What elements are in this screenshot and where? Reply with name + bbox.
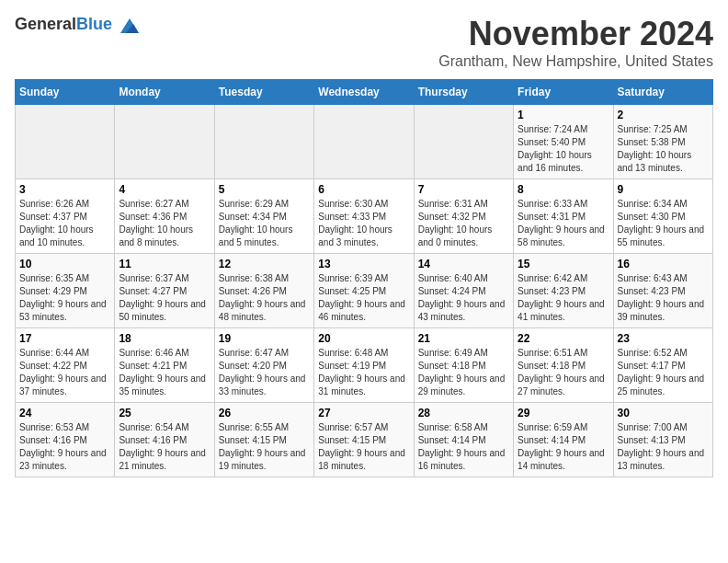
calendar-cell: 13Sunrise: 6:39 AM Sunset: 4:25 PM Dayli…: [314, 254, 414, 328]
calendar-cell: 18Sunrise: 6:46 AM Sunset: 4:21 PM Dayli…: [115, 328, 214, 403]
day-info: Sunrise: 6:37 AM Sunset: 4:27 PM Dayligh…: [119, 272, 210, 324]
calendar-cell: 24Sunrise: 6:53 AM Sunset: 4:16 PM Dayli…: [16, 403, 115, 477]
day-info: Sunrise: 6:39 AM Sunset: 4:25 PM Dayligh…: [318, 272, 409, 324]
weekday-header-monday: Monday: [115, 80, 214, 105]
day-number: 27: [318, 407, 409, 419]
day-info: Sunrise: 6:48 AM Sunset: 4:19 PM Dayligh…: [318, 347, 409, 398]
weekday-header-wednesday: Wednesday: [314, 80, 414, 105]
calendar-cell: 9Sunrise: 6:34 AM Sunset: 4:30 PM Daylig…: [613, 179, 712, 254]
day-info: Sunrise: 6:59 AM Sunset: 4:14 PM Dayligh…: [518, 421, 609, 473]
day-info: Sunrise: 6:26 AM Sunset: 4:37 PM Dayligh…: [19, 198, 110, 249]
day-number: 25: [119, 407, 210, 419]
day-info: Sunrise: 7:00 AM Sunset: 4:13 PM Dayligh…: [618, 421, 709, 473]
page-header: GeneralBlue November 2024 Grantham, New …: [15, 15, 713, 70]
calendar-cell: 6Sunrise: 6:30 AM Sunset: 4:33 PM Daylig…: [314, 179, 414, 254]
day-info: Sunrise: 6:38 AM Sunset: 4:26 PM Dayligh…: [219, 272, 310, 324]
calendar-cell: 15Sunrise: 6:42 AM Sunset: 4:23 PM Dayli…: [514, 254, 613, 328]
day-number: 1: [518, 109, 609, 121]
calendar-cell: 8Sunrise: 6:33 AM Sunset: 4:31 PM Daylig…: [514, 179, 613, 254]
day-number: 16: [618, 258, 709, 270]
calendar-cell: 3Sunrise: 6:26 AM Sunset: 4:37 PM Daylig…: [16, 179, 115, 254]
day-info: Sunrise: 6:51 AM Sunset: 4:18 PM Dayligh…: [518, 347, 609, 398]
calendar-cell: [214, 105, 313, 179]
day-number: 11: [119, 258, 210, 270]
day-info: Sunrise: 6:31 AM Sunset: 4:32 PM Dayligh…: [418, 198, 509, 249]
day-number: 15: [518, 258, 609, 270]
day-info: Sunrise: 6:33 AM Sunset: 4:31 PM Dayligh…: [518, 198, 609, 249]
day-number: 13: [318, 258, 409, 270]
day-number: 24: [19, 407, 110, 419]
calendar-cell: 25Sunrise: 6:54 AM Sunset: 4:16 PM Dayli…: [115, 403, 214, 477]
location-title: Grantham, New Hampshire, United States: [438, 53, 713, 70]
day-info: Sunrise: 6:47 AM Sunset: 4:20 PM Dayligh…: [219, 347, 310, 398]
calendar-cell: 20Sunrise: 6:48 AM Sunset: 4:19 PM Dayli…: [314, 328, 414, 403]
weekday-header-saturday: Saturday: [613, 80, 712, 105]
day-info: Sunrise: 6:27 AM Sunset: 4:36 PM Dayligh…: [119, 198, 210, 249]
calendar-week-row: 24Sunrise: 6:53 AM Sunset: 4:16 PM Dayli…: [16, 403, 713, 477]
day-info: Sunrise: 6:54 AM Sunset: 4:16 PM Dayligh…: [119, 421, 210, 473]
weekday-header-row: SundayMondayTuesdayWednesdayThursdayFrid…: [16, 80, 713, 105]
calendar-cell: 23Sunrise: 6:52 AM Sunset: 4:17 PM Dayli…: [613, 328, 712, 403]
calendar-cell: 30Sunrise: 7:00 AM Sunset: 4:13 PM Dayli…: [613, 403, 712, 477]
day-number: 6: [318, 183, 409, 196]
day-info: Sunrise: 7:24 AM Sunset: 5:40 PM Dayligh…: [518, 123, 609, 175]
day-number: 3: [19, 183, 110, 196]
day-number: 4: [119, 183, 210, 196]
day-number: 30: [618, 407, 709, 419]
calendar-cell: [414, 105, 513, 179]
calendar-cell: 2Sunrise: 7:25 AM Sunset: 5:38 PM Daylig…: [613, 105, 712, 179]
calendar-cell: 26Sunrise: 6:55 AM Sunset: 4:15 PM Dayli…: [214, 403, 313, 477]
calendar-cell: 27Sunrise: 6:57 AM Sunset: 4:15 PM Dayli…: [314, 403, 414, 477]
day-info: Sunrise: 6:53 AM Sunset: 4:16 PM Dayligh…: [19, 421, 110, 473]
calendar-week-row: 3Sunrise: 6:26 AM Sunset: 4:37 PM Daylig…: [16, 179, 713, 254]
day-info: Sunrise: 6:58 AM Sunset: 4:14 PM Dayligh…: [418, 421, 509, 473]
day-info: Sunrise: 6:42 AM Sunset: 4:23 PM Dayligh…: [518, 272, 609, 324]
day-number: 2: [618, 109, 709, 121]
day-number: 5: [219, 183, 310, 196]
day-number: 26: [219, 407, 310, 419]
day-info: Sunrise: 6:43 AM Sunset: 4:23 PM Dayligh…: [618, 272, 709, 324]
day-number: 7: [418, 183, 509, 196]
day-number: 10: [19, 258, 110, 270]
day-number: 23: [618, 332, 709, 345]
day-info: Sunrise: 7:25 AM Sunset: 5:38 PM Dayligh…: [618, 123, 709, 175]
calendar-cell: [314, 105, 414, 179]
calendar-week-row: 10Sunrise: 6:35 AM Sunset: 4:29 PM Dayli…: [16, 254, 713, 328]
day-info: Sunrise: 6:52 AM Sunset: 4:17 PM Dayligh…: [618, 347, 709, 398]
day-info: Sunrise: 6:29 AM Sunset: 4:34 PM Dayligh…: [219, 198, 310, 249]
day-number: 14: [418, 258, 509, 270]
day-number: 9: [618, 183, 709, 196]
calendar-cell: [16, 105, 115, 179]
day-info: Sunrise: 6:35 AM Sunset: 4:29 PM Dayligh…: [19, 272, 110, 324]
calendar-week-row: 17Sunrise: 6:44 AM Sunset: 4:22 PM Dayli…: [16, 328, 713, 403]
day-number: 28: [418, 407, 509, 419]
month-title: November 2024: [438, 15, 713, 53]
calendar-cell: 5Sunrise: 6:29 AM Sunset: 4:34 PM Daylig…: [214, 179, 313, 254]
calendar-cell: 10Sunrise: 6:35 AM Sunset: 4:29 PM Dayli…: [16, 254, 115, 328]
day-number: 8: [518, 183, 609, 196]
calendar-cell: 11Sunrise: 6:37 AM Sunset: 4:27 PM Dayli…: [115, 254, 214, 328]
day-info: Sunrise: 6:40 AM Sunset: 4:24 PM Dayligh…: [418, 272, 509, 324]
calendar-table: SundayMondayTuesdayWednesdayThursdayFrid…: [15, 79, 713, 477]
day-number: 29: [518, 407, 609, 419]
day-info: Sunrise: 6:55 AM Sunset: 4:15 PM Dayligh…: [219, 421, 310, 473]
calendar-cell: 17Sunrise: 6:44 AM Sunset: 4:22 PM Dayli…: [16, 328, 115, 403]
calendar-cell: 14Sunrise: 6:40 AM Sunset: 4:24 PM Dayli…: [414, 254, 513, 328]
calendar-cell: 22Sunrise: 6:51 AM Sunset: 4:18 PM Dayli…: [514, 328, 613, 403]
logo-blue: Blue: [76, 15, 112, 33]
day-info: Sunrise: 6:49 AM Sunset: 4:18 PM Dayligh…: [418, 347, 509, 398]
weekday-header-thursday: Thursday: [414, 80, 513, 105]
day-info: Sunrise: 6:57 AM Sunset: 4:15 PM Dayligh…: [318, 421, 409, 473]
calendar-cell: 28Sunrise: 6:58 AM Sunset: 4:14 PM Dayli…: [414, 403, 513, 477]
logo: GeneralBlue: [15, 15, 141, 35]
calendar-week-row: 1Sunrise: 7:24 AM Sunset: 5:40 PM Daylig…: [16, 105, 713, 179]
day-info: Sunrise: 6:34 AM Sunset: 4:30 PM Dayligh…: [618, 198, 709, 249]
day-number: 18: [119, 332, 210, 345]
calendar-cell: 21Sunrise: 6:49 AM Sunset: 4:18 PM Dayli…: [414, 328, 513, 403]
day-info: Sunrise: 6:44 AM Sunset: 4:22 PM Dayligh…: [19, 347, 110, 398]
calendar-cell: 1Sunrise: 7:24 AM Sunset: 5:40 PM Daylig…: [514, 105, 613, 179]
calendar-cell: 7Sunrise: 6:31 AM Sunset: 4:32 PM Daylig…: [414, 179, 513, 254]
day-number: 22: [518, 332, 609, 345]
calendar-cell: 16Sunrise: 6:43 AM Sunset: 4:23 PM Dayli…: [613, 254, 712, 328]
logo-general: General: [15, 15, 76, 33]
